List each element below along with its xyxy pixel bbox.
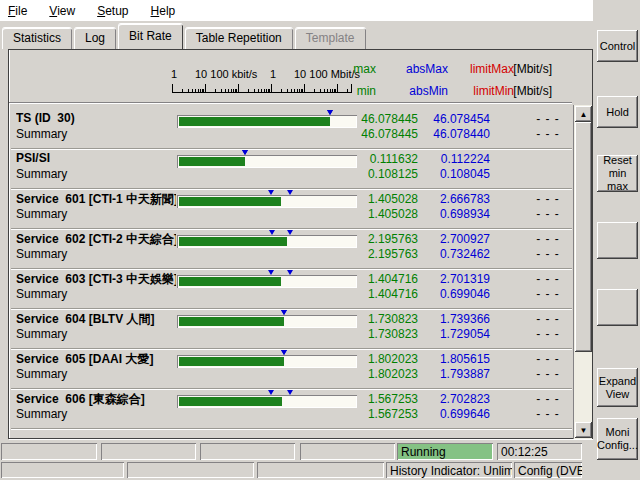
row-name: Service 605 [DAAI 大愛] — [16, 351, 176, 368]
row-name: TS (ID 30) — [16, 111, 176, 125]
limitmin-value: - - - — [528, 127, 568, 141]
row-name: Service 603 [CTI-3 中天娛樂] — [16, 271, 176, 288]
limitmax-value: - - - — [528, 352, 568, 366]
limitmax-value: - - - — [528, 192, 568, 206]
scale-label-mbit: 10 100 Mbit/s — [294, 68, 360, 80]
row-sublabel: Summary — [16, 407, 67, 421]
scrollbar-thumb[interactable] — [575, 122, 592, 352]
scrollbar-down-button[interactable]: ▼ — [575, 422, 592, 438]
row-name: Service 601 [CTI-1 中天新聞] — [16, 191, 176, 208]
absmax-value: 46.078454 — [400, 112, 490, 126]
vertical-scrollbar[interactable]: ▲ ▼ — [573, 105, 592, 439]
tab-template: Template — [295, 27, 366, 49]
column-header-limitmax: limitMax — [470, 62, 514, 76]
arrow-down-icon: ▼ — [580, 426, 588, 435]
row-sublabel: Summary — [16, 207, 67, 221]
menu-bar: File View Setup Help — [0, 0, 640, 22]
bitrate-bar — [179, 237, 287, 246]
column-header-max: max — [353, 62, 376, 76]
hold-button[interactable]: Hold — [597, 96, 638, 128]
side-button-column: Control Hold Reset min max Expand View M… — [593, 0, 640, 480]
absmin-value: 0.732462 — [400, 247, 490, 261]
row-name: PSI/SI — [16, 151, 176, 165]
status-panel-7 — [257, 462, 384, 478]
row-name: Service 602 [CTI-2 中天綜合] — [16, 231, 176, 248]
blank-button-2 — [597, 289, 638, 326]
moni-config-button[interactable]: Moni Config... — [597, 418, 638, 460]
row-sublabel: Summary — [16, 167, 67, 181]
limitmax-value: - - - — [528, 232, 568, 246]
limitmin-value: - - - — [528, 327, 568, 341]
service-row[interactable]: Service 604 [BLTV 人間]Summary1.7308231.73… — [11, 309, 572, 349]
bitrate-panel: 1 10 100 kbit/s 1 10 100 Mbit/s max absM… — [8, 49, 593, 439]
expand-view-button[interactable]: Expand View — [597, 368, 638, 407]
menu-file[interactable]: File — [8, 4, 27, 18]
status-panel-5 — [1, 462, 124, 478]
absmin-value: 0.699646 — [400, 407, 490, 421]
tab-bit-rate[interactable]: Bit Rate — [118, 23, 183, 49]
absmax-value: 2.666783 — [400, 192, 490, 206]
absmax-value: 2.700927 — [400, 232, 490, 246]
limitmax-value: - - - — [528, 392, 568, 406]
service-row[interactable]: Service 603 [CTI-3 中天娛樂]Summary1.4047162… — [11, 269, 572, 309]
abs-min-marker-icon — [268, 190, 274, 195]
limitmax-value: - - - — [528, 112, 568, 126]
status-panel-3 — [200, 443, 295, 460]
menu-view[interactable]: View — [49, 4, 75, 18]
tab-log[interactable]: Log — [74, 27, 116, 49]
absmin-value: 0.698934 — [400, 207, 490, 221]
service-row[interactable]: PSI/SISummary0.1116320.1122240.1081250.1… — [11, 149, 572, 189]
menu-help[interactable]: Help — [151, 4, 176, 18]
row-sublabel: Summary — [16, 247, 67, 261]
row-name: Service 606 [東森綜合] — [16, 391, 176, 408]
column-header-min: min — [357, 84, 376, 98]
abs-max-marker-icon — [287, 390, 293, 395]
history-indicator: History Indicator: Unlimited — [386, 462, 512, 478]
absmax-value: 2.701319 — [400, 272, 490, 286]
status-panel-4 — [300, 443, 395, 460]
tab-bar: Statistics Log Bit Rate Table Repetition… — [0, 23, 592, 49]
running-status-badge: Running — [397, 443, 493, 460]
bitrate-bar — [179, 197, 281, 206]
status-panel-1 — [1, 443, 97, 460]
bitrate-bar — [179, 397, 282, 406]
column-header-absmax: absMax — [406, 62, 448, 76]
limitmin-value: - - - — [528, 407, 568, 421]
service-row[interactable]: Service 601 [CTI-1 中天新聞]Summary1.4050282… — [11, 189, 572, 229]
abs-min-marker-icon — [269, 230, 275, 235]
elapsed-time: 00:12:25 — [497, 443, 582, 460]
column-header-unit-top: [Mbit/s] — [513, 62, 552, 76]
limitmin-value: - - - — [528, 247, 568, 261]
bitrate-monitor-window: { "menu": { "items": ["File", "View", "S… — [0, 0, 640, 480]
tab-statistics[interactable]: Statistics — [2, 27, 72, 49]
column-header-limitmin: limitMin — [473, 84, 514, 98]
absmin-value: 46.078440 — [400, 127, 490, 141]
abs-min-marker-icon — [281, 310, 287, 315]
bitrate-bar — [179, 117, 330, 126]
absmin-value: 0.699046 — [400, 287, 490, 301]
scrollbar-up-button[interactable]: ▲ — [575, 106, 592, 122]
abs-max-marker-icon — [287, 270, 293, 275]
abs-max-marker-icon — [287, 230, 293, 235]
service-row[interactable]: Service 605 [DAAI 大愛]Summary1.8020231.80… — [11, 349, 572, 389]
scale-label-1mbit: 1 — [270, 68, 276, 80]
limitmax-value: - - - — [528, 312, 568, 326]
status-panel-2 — [101, 443, 196, 460]
row-sublabel: Summary — [16, 287, 67, 301]
arrow-up-icon: ▲ — [580, 110, 588, 119]
menu-setup[interactable]: Setup — [97, 4, 128, 18]
reset-min-max-button[interactable]: Reset min max — [597, 155, 638, 192]
service-row[interactable]: Service 606 [東森綜合]Summary1.5672532.70282… — [11, 389, 572, 429]
scale-label-kbit: 10 100 kbit/s — [195, 68, 257, 80]
bitrate-bar — [179, 317, 284, 326]
column-header-unit-bottom: [Mbit/s] — [513, 84, 552, 98]
limitmin-value: - - - — [528, 287, 568, 301]
tab-table-repetition[interactable]: Table Repetition — [185, 27, 293, 49]
absmax-value: 1.739366 — [400, 312, 490, 326]
control-button[interactable]: Control — [597, 30, 638, 62]
service-row[interactable]: Service 602 [CTI-2 中天綜合]Summary2.1957632… — [11, 229, 572, 269]
service-row[interactable]: TS (ID 30)Summary46.07844546.078454- - -… — [11, 109, 572, 149]
scale-label-1kbit: 1 — [171, 68, 177, 80]
status-panel-6 — [127, 462, 254, 478]
absmin-value: 1.729054 — [400, 327, 490, 341]
